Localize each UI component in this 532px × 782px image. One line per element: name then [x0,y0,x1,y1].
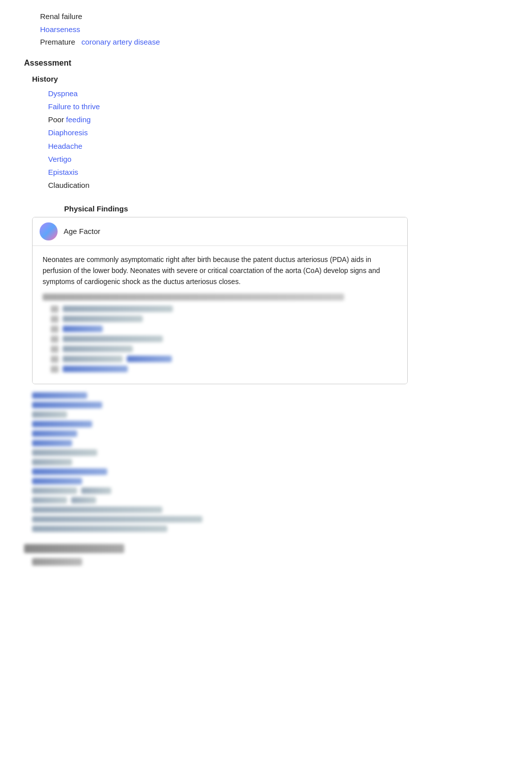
failure-to-thrive-link[interactable]: Failure to thrive [48,102,100,111]
age-factor-card: Age Factor Neonates are commonly asympto… [32,217,408,384]
blurred-content [43,294,397,373]
bottom-blurred-section [0,544,532,566]
history-title: History [0,75,532,83]
assessment-section: Assessment History Dyspnea Failure to th… [0,59,532,532]
premature-text: Premature [40,38,75,46]
assessment-title: Assessment [0,59,532,68]
list-item: Vertigo [48,153,532,166]
age-factor-header: Age Factor [33,217,407,246]
poor-text: Poor [48,115,66,124]
epistaxis-link[interactable]: Epistaxis [48,168,78,176]
renal-failure-text: Renal failure [40,12,82,21]
age-factor-label: Age Factor [64,227,100,235]
physical-findings-section: Physical Findings Age Factor Neonates ar… [0,204,532,532]
list-item: Hoarseness [40,23,532,36]
list-item: Premature coronary artery disease [40,36,532,49]
top-list: Renal failure Hoarseness Premature coron… [0,10,532,49]
physical-findings-title: Physical Findings [32,204,532,213]
list-item: Renal failure [40,10,532,23]
headache-link[interactable]: Headache [48,142,82,150]
list-item: Dyspnea [48,87,532,100]
vertigo-link[interactable]: Vertigo [48,155,72,163]
blurred-sub-section [32,392,408,532]
feeding-link[interactable]: feeding [66,115,91,124]
list-item: Diaphoresis [48,126,532,139]
list-item: Failure to thrive [48,100,532,113]
list-item: Headache [48,140,532,153]
age-factor-body: Neonates are commonly asymptomatic right… [33,246,407,384]
history-subsection: History Dyspnea Failure to thrive Poor f… [0,75,532,192]
list-item: Poor feeding [48,113,532,126]
list-item: Epistaxis [48,166,532,179]
age-factor-icon [40,222,58,240]
list-item: Claudication [48,179,532,192]
claudication-text: Claudication [48,181,90,189]
diaphoresis-link[interactable]: Diaphoresis [48,128,88,137]
history-list: Dyspnea Failure to thrive Poor feeding D… [0,87,532,192]
coronary-artery-disease-link[interactable]: coronary artery disease [82,38,160,46]
age-factor-body-text: Neonates are commonly asymptomatic right… [43,254,397,288]
dyspnea-link[interactable]: Dyspnea [48,89,78,98]
hoarseness-link[interactable]: Hoarseness [40,25,80,34]
